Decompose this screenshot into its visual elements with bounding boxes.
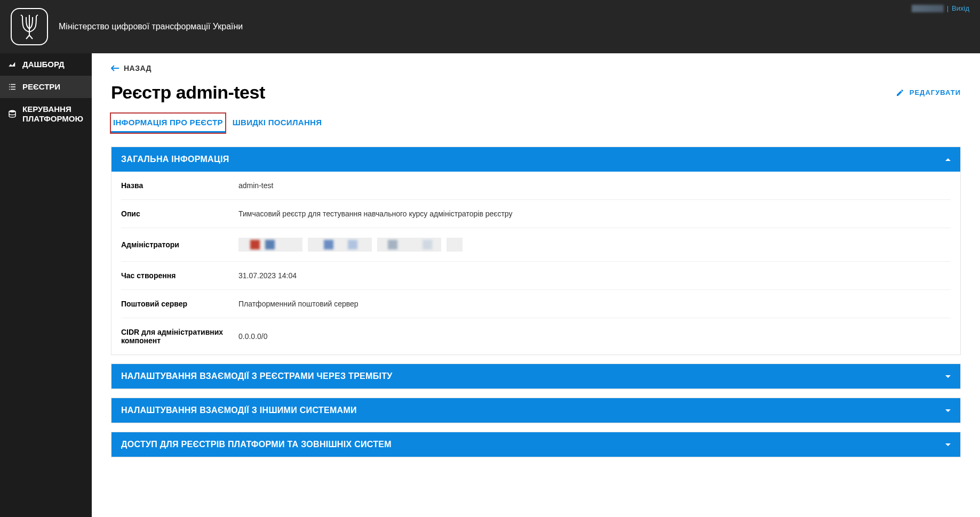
admin-badge-redacted	[308, 238, 372, 252]
sidebar-item-platform[interactable]: КЕРУВАННЯ ПЛАТФОРМОЮ	[0, 98, 92, 130]
row-label: Назва	[121, 181, 238, 190]
page-title: Реєстр admin-test	[111, 82, 265, 103]
row-value: 0.0.0.0/0	[238, 332, 951, 341]
svg-point-0	[9, 110, 15, 113]
row-label: Час створення	[121, 271, 238, 280]
panel-header-other-systems[interactable]: НАЛАШТУВАННЯ ВЗАЄМОДІЇ З ІНШИМИ СИСТЕМАМ…	[111, 398, 960, 423]
pencil-icon	[896, 88, 904, 97]
panel-header-general[interactable]: ЗАГАЛЬНА ІНФОРМАЦІЯ	[111, 147, 960, 172]
row-admins: Адміністратори	[121, 228, 951, 262]
back-link[interactable]: НАЗАД	[111, 64, 152, 72]
arrow-left-icon	[111, 65, 119, 71]
current-user-redacted	[912, 5, 944, 12]
logo-wrap: Міністерство цифрової трансформації Укра…	[11, 8, 243, 45]
panel-header-access[interactable]: ДОСТУП ДЛЯ РЕЄСТРІВ ПЛАТФОРМИ ТА ЗОВНІШН…	[111, 432, 960, 457]
row-created: Час створення 31.07.2023 14:04	[121, 262, 951, 290]
row-value: Тимчасовий реєстр для тестування навчаль…	[238, 209, 951, 218]
row-label: Адміністратори	[121, 240, 238, 249]
edit-button[interactable]: РЕДАГУВАТИ	[896, 88, 961, 97]
row-value: 31.07.2023 14:04	[238, 271, 951, 280]
row-cidr: CIDR для адміністративних компонент 0.0.…	[121, 318, 951, 354]
row-value-admins	[238, 238, 951, 252]
sidebar: ДАШБОРД РЕЄСТРИ КЕРУВАННЯ ПЛАТФОРМОЮ	[0, 53, 92, 517]
page-head: Реєстр admin-test РЕДАГУВАТИ	[111, 82, 961, 103]
sidebar-item-registries[interactable]: РЕЄСТРИ	[0, 76, 92, 98]
row-value: admin-test	[238, 181, 951, 190]
header-title: Міністерство цифрової трансформації Укра…	[59, 22, 243, 31]
row-value: Платформенний поштовий сервер	[238, 300, 951, 308]
chart-icon	[7, 60, 17, 69]
tabs: ІНФОРМАЦІЯ ПРО РЕЄСТР ШВИДКІ ПОСИЛАННЯ	[111, 114, 961, 133]
logo	[11, 8, 48, 45]
panel-title: ДОСТУП ДЛЯ РЕЄСТРІВ ПЛАТФОРМИ ТА ЗОВНІШН…	[121, 440, 392, 449]
sidebar-item-label: РЕЄСТРИ	[22, 82, 60, 92]
panel-title: ЗАГАЛЬНА ІНФОРМАЦІЯ	[121, 155, 229, 164]
row-name: Назва admin-test	[121, 172, 951, 200]
back-label: НАЗАД	[124, 64, 152, 72]
sidebar-item-dashboard[interactable]: ДАШБОРД	[0, 53, 92, 76]
admin-badge-redacted	[377, 238, 441, 252]
main-content: НАЗАД Реєстр admin-test РЕДАГУВАТИ ІНФОР…	[92, 53, 980, 517]
logout-link[interactable]: Вихід	[952, 4, 969, 12]
panel-header-trembita[interactable]: НАЛАШТУВАННЯ ВЗАЄМОДІЇ З РЕЄСТРАМИ ЧЕРЕЗ…	[111, 364, 960, 389]
admin-badge-redacted	[447, 238, 463, 252]
chevron-down-icon	[945, 443, 951, 446]
row-label: Опис	[121, 209, 238, 218]
trident-icon	[19, 14, 40, 39]
edit-label: РЕДАГУВАТИ	[910, 88, 961, 96]
row-label: CIDR для адміністративних компонент	[121, 328, 238, 345]
divider: |	[947, 4, 949, 12]
list-icon	[7, 82, 17, 92]
app-header: Міністерство цифрової трансформації Укра…	[0, 0, 980, 53]
panel-general-info: ЗАГАЛЬНА ІНФОРМАЦІЯ Назва admin-test Опи…	[111, 147, 961, 355]
chevron-up-icon	[945, 158, 951, 161]
tab-registry-info[interactable]: ІНФОРМАЦІЯ ПРО РЕЄСТР	[111, 114, 225, 133]
sidebar-item-label: ДАШБОРД	[22, 60, 65, 69]
panel-body-general: Назва admin-test Опис Тимчасовий реєстр …	[111, 172, 960, 354]
row-label: Поштовий сервер	[121, 300, 238, 308]
sidebar-item-label: КЕРУВАННЯ ПЛАТФОРМОЮ	[22, 104, 84, 124]
tab-quick-links[interactable]: ШВИДКІ ПОСИЛАННЯ	[230, 114, 324, 133]
row-description: Опис Тимчасовий реєстр для тестування на…	[121, 200, 951, 228]
database-icon	[7, 109, 17, 119]
admin-badge-redacted	[238, 238, 302, 252]
row-mail: Поштовий сервер Платформенний поштовий с…	[121, 290, 951, 318]
panel-other-systems: НАЛАШТУВАННЯ ВЗАЄМОДІЇ З ІНШИМИ СИСТЕМАМ…	[111, 398, 961, 423]
header-actions: | Вихід	[912, 4, 969, 12]
panel-title: НАЛАШТУВАННЯ ВЗАЄМОДІЇ З РЕЄСТРАМИ ЧЕРЕЗ…	[121, 371, 393, 381]
panel-access: ДОСТУП ДЛЯ РЕЄСТРІВ ПЛАТФОРМИ ТА ЗОВНІШН…	[111, 432, 961, 457]
chevron-down-icon	[945, 375, 951, 378]
chevron-down-icon	[945, 409, 951, 412]
panel-title: НАЛАШТУВАННЯ ВЗАЄМОДІЇ З ІНШИМИ СИСТЕМАМ…	[121, 406, 357, 415]
panel-trembita: НАЛАШТУВАННЯ ВЗАЄМОДІЇ З РЕЄСТРАМИ ЧЕРЕЗ…	[111, 363, 961, 389]
